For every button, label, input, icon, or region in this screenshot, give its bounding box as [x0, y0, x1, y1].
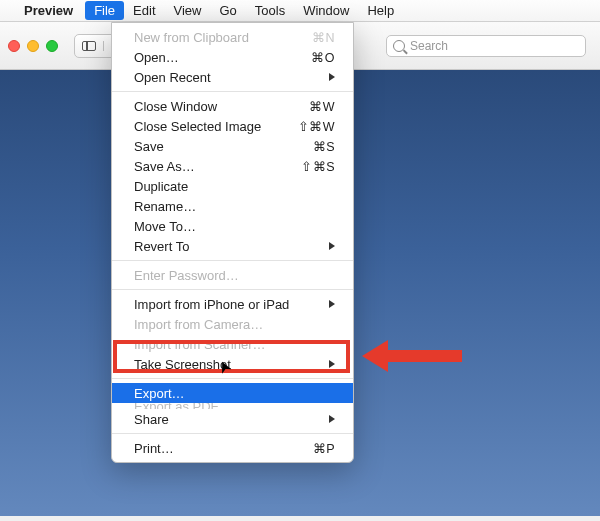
menu-window[interactable]: Window	[294, 1, 358, 20]
menu-item-label: Move To…	[134, 219, 335, 234]
menu-separator	[112, 91, 353, 92]
menu-help[interactable]: Help	[358, 1, 403, 20]
menu-item-print[interactable]: Print…⌘P	[112, 438, 353, 458]
menu-item-new-from-clipboard: New from Clipboard⌘N	[112, 27, 353, 47]
menu-item-import-from-iphone-or-ipad[interactable]: Import from iPhone or iPad	[112, 294, 353, 314]
menu-item-label: Export…	[134, 386, 335, 401]
page-footer-bar	[0, 516, 600, 521]
submenu-arrow-icon	[329, 242, 335, 250]
menu-item-enter-password: Enter Password…	[112, 265, 353, 285]
menu-item-label: Rename…	[134, 199, 335, 214]
search-icon	[393, 40, 405, 52]
menu-file[interactable]: File	[85, 1, 124, 20]
submenu-arrow-icon	[329, 415, 335, 423]
menu-item-label: Close Selected Image	[134, 119, 298, 134]
menu-item-label: Enter Password…	[134, 268, 335, 283]
menu-item-label: Save As…	[134, 159, 301, 174]
menu-shortcut: ⌘P	[313, 441, 335, 456]
submenu-arrow-icon	[329, 360, 335, 368]
menu-item-label: Save	[134, 139, 313, 154]
system-menubar: Preview FileEditViewGoToolsWindowHelp	[0, 0, 600, 22]
menu-item-label: Share	[134, 412, 329, 427]
arrow-head-icon	[362, 340, 388, 372]
menu-item-move-to[interactable]: Move To…	[112, 216, 353, 236]
menu-item-label: Import from Scanner…	[134, 337, 335, 352]
menu-separator	[112, 289, 353, 290]
menu-item-label: Open…	[134, 50, 311, 65]
close-window-button[interactable]	[8, 40, 20, 52]
menu-item-duplicate[interactable]: Duplicate	[112, 176, 353, 196]
menu-separator	[112, 260, 353, 261]
menu-view[interactable]: View	[165, 1, 211, 20]
menu-item-label: Import from Camera…	[134, 317, 335, 332]
menu-item-label: New from Clipboard	[134, 30, 312, 45]
menu-item-close-window[interactable]: Close Window⌘W	[112, 96, 353, 116]
minimize-window-button[interactable]	[27, 40, 39, 52]
menu-item-label: Import from iPhone or iPad	[134, 297, 329, 312]
menu-item-import-from-scanner: Import from Scanner…	[112, 334, 353, 354]
arrow-stem	[386, 350, 462, 362]
file-menu-dropdown: New from Clipboard⌘NOpen…⌘OOpen RecentCl…	[111, 22, 354, 463]
menu-item-label: Duplicate	[134, 179, 335, 194]
submenu-arrow-icon	[329, 300, 335, 308]
menu-item-open[interactable]: Open…⌘O	[112, 47, 353, 67]
menu-shortcut: ⇧⌘W	[298, 119, 335, 134]
menu-item-label: Print…	[134, 441, 313, 456]
menu-tools[interactable]: Tools	[246, 1, 294, 20]
search-placeholder: Search	[410, 39, 448, 53]
menu-item-import-from-camera: Import from Camera…	[112, 314, 353, 334]
sidebar-icon	[82, 41, 96, 51]
menu-item-export[interactable]: Export…	[112, 383, 353, 403]
menu-shortcut: ⌘S	[313, 139, 335, 154]
search-field[interactable]: Search	[386, 35, 586, 57]
app-name[interactable]: Preview	[24, 3, 73, 18]
menu-separator	[112, 378, 353, 379]
menu-item-label: Close Window	[134, 99, 309, 114]
annotation-arrow	[362, 340, 462, 372]
menu-go[interactable]: Go	[210, 1, 245, 20]
menu-item-rename[interactable]: Rename…	[112, 196, 353, 216]
menu-shortcut: ⌘W	[309, 99, 335, 114]
menu-item-revert-to[interactable]: Revert To	[112, 236, 353, 256]
menu-item-close-selected-image[interactable]: Close Selected Image⇧⌘W	[112, 116, 353, 136]
menu-edit[interactable]: Edit	[124, 1, 164, 20]
menu-shortcut: ⇧⌘S	[301, 159, 335, 174]
menu-item-save[interactable]: Save⌘S	[112, 136, 353, 156]
menu-item-label: Open Recent	[134, 70, 329, 85]
menu-shortcut: ⌘N	[312, 30, 335, 45]
menu-separator	[112, 433, 353, 434]
window-controls	[8, 40, 58, 52]
menu-item-label: Revert To	[134, 239, 329, 254]
menu-item-save-as[interactable]: Save As…⇧⌘S	[112, 156, 353, 176]
menu-item-share[interactable]: Share	[112, 409, 353, 429]
menu-shortcut: ⌘O	[311, 50, 335, 65]
menu-item-open-recent[interactable]: Open Recent	[112, 67, 353, 87]
maximize-window-button[interactable]	[46, 40, 58, 52]
submenu-arrow-icon	[329, 73, 335, 81]
